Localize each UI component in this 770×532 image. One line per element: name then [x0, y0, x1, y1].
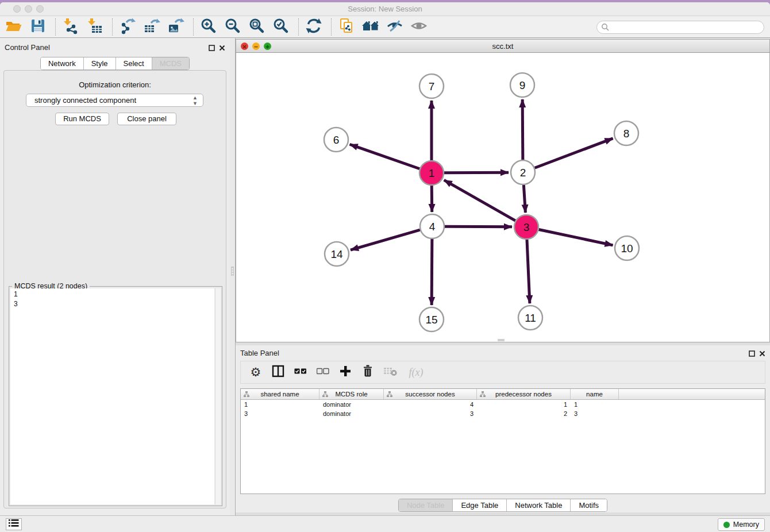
criterion-dropdown[interactable]: strongly connected component ▲▼	[26, 94, 203, 107]
close-panel-icon[interactable]	[219, 43, 225, 53]
tab-select[interactable]: Select	[116, 57, 152, 70]
table-cell[interactable]: 4	[384, 400, 477, 410]
column-header-predecessor-nodes[interactable]: predecessor nodes	[477, 389, 571, 399]
toolbar-separator	[55, 18, 56, 36]
table-row[interactable]: 1dominator411	[241, 400, 765, 410]
close-table-panel-icon[interactable]	[759, 349, 765, 359]
graph-node-10[interactable]: 10	[615, 236, 639, 260]
delete-column-button[interactable]	[361, 365, 375, 379]
table-cell[interactable]: 2	[477, 410, 571, 419]
import-network-button[interactable]	[61, 18, 80, 36]
search-input[interactable]	[596, 21, 764, 34]
panel-splitter[interactable]	[230, 38, 236, 515]
tab-network-table[interactable]: Network Table	[507, 499, 571, 511]
table-cell[interactable]: 1	[241, 400, 319, 410]
float-panel-icon[interactable]	[209, 43, 215, 53]
zoom-out-button[interactable]	[224, 18, 242, 36]
network-canvas[interactable]: 7968124314101511	[236, 53, 770, 342]
result-scrollbar[interactable]	[215, 288, 221, 504]
delete-table-button[interactable]	[383, 365, 397, 379]
graph-node-6[interactable]: 6	[324, 128, 348, 152]
memory-button[interactable]: Memory	[718, 518, 765, 531]
table-cell[interactable]: 3	[241, 410, 319, 419]
tab-edge-table[interactable]: Edge Table	[453, 499, 507, 511]
graph-node-7[interactable]: 7	[419, 74, 444, 98]
first-neighbors-button[interactable]	[361, 18, 380, 36]
graph-node-14[interactable]: 14	[325, 242, 349, 266]
status-bar: Memory	[0, 515, 770, 532]
result-item[interactable]: 3	[14, 299, 211, 309]
graph-node-15[interactable]: 15	[419, 307, 444, 331]
graph-node-11[interactable]: 11	[518, 306, 542, 330]
tab-node-table[interactable]: Node Table	[399, 499, 453, 511]
float-table-panel-icon[interactable]	[749, 349, 755, 359]
task-history-button[interactable]	[6, 518, 22, 530]
graph-node-9[interactable]: 9	[510, 73, 534, 97]
graph-edge-1-2[interactable]	[444, 172, 509, 173]
fx-icon: f(x)	[409, 367, 424, 379]
graph-edge-2-3[interactable]	[523, 185, 525, 213]
graph-node-label: 14	[330, 248, 343, 260]
mcds-result-list[interactable]: 13	[10, 288, 214, 504]
graph-edge-3-1[interactable]	[444, 180, 515, 221]
export-image-button[interactable]	[167, 18, 185, 36]
graph-node-3[interactable]: 3	[514, 215, 538, 239]
graph-edge-2-8[interactable]	[535, 138, 613, 168]
tab-mcds[interactable]: MCDS	[152, 57, 189, 70]
table-panel: Table Panel ⚙ f(x) shared nameMCDS roles…	[236, 345, 770, 512]
deselect-all-columns-button[interactable]	[316, 365, 330, 379]
tab-network[interactable]: Network	[41, 57, 84, 70]
add-column-button[interactable]	[338, 365, 352, 379]
run-mcds-button[interactable]: Run MCDS	[55, 113, 109, 125]
zoom-selected-button[interactable]	[272, 18, 290, 36]
control-panel-title: Control Panel	[5, 43, 50, 52]
table-cell[interactable]: 1	[571, 400, 619, 410]
column-type-icon	[322, 391, 328, 399]
tab-motifs[interactable]: Motifs	[571, 499, 607, 511]
table-cell[interactable]: dominator	[319, 400, 384, 410]
show-all-button[interactable]	[410, 18, 428, 36]
column-header-successor-nodes[interactable]: successor nodes	[384, 389, 477, 399]
refresh-layout-button[interactable]	[305, 18, 323, 36]
graph-node-1[interactable]: 1	[419, 161, 444, 185]
zoom-fit-button[interactable]	[248, 18, 266, 36]
column-type-icon	[387, 391, 392, 399]
table-cell[interactable]: dominator	[319, 410, 384, 419]
graph-edge-4-3[interactable]	[445, 226, 512, 227]
graph-edge-1-6[interactable]	[350, 144, 420, 168]
table-cell[interactable]: 1	[477, 400, 571, 410]
save-session-button[interactable]	[29, 18, 47, 36]
tab-style[interactable]: Style	[84, 57, 116, 70]
graph-edge-3-10[interactable]	[539, 230, 613, 245]
copy-network-button[interactable]	[337, 18, 356, 36]
graph-node-2[interactable]: 2	[511, 160, 535, 184]
graph-edge-2-9[interactable]	[522, 99, 523, 160]
table-cell[interactable]: 3	[384, 410, 477, 419]
column-header-shared-name[interactable]: shared name	[241, 389, 319, 399]
import-table-button[interactable]	[86, 18, 104, 36]
show-columns-button[interactable]	[271, 365, 285, 379]
column-header-MCDS-role[interactable]: MCDS role	[319, 389, 384, 399]
graph-node-4[interactable]: 4	[420, 214, 444, 238]
select-all-columns-button[interactable]	[294, 365, 307, 379]
result-item[interactable]: 1	[14, 290, 211, 299]
graph-edge-3-11[interactable]	[527, 240, 530, 303]
zoom-in-button[interactable]	[199, 18, 218, 36]
graph-node-8[interactable]: 8	[614, 121, 638, 145]
graph-edge-4-15[interactable]	[432, 239, 432, 305]
table-cell[interactable]: 3	[571, 410, 619, 419]
graph-edge-4-14[interactable]	[351, 230, 420, 250]
hide-selected-button[interactable]	[386, 18, 404, 36]
canvas-resize-handle[interactable]	[498, 339, 505, 341]
export-table-button[interactable]	[143, 18, 161, 36]
table-settings-button[interactable]: ⚙	[249, 365, 263, 379]
column-type-icon	[480, 391, 486, 399]
export-network-button[interactable]	[118, 18, 137, 36]
function-builder-button[interactable]: f(x)	[406, 365, 426, 379]
table-row[interactable]: 3dominator323	[241, 410, 765, 419]
column-header-name[interactable]: name	[571, 389, 619, 399]
close-panel-button[interactable]: Close panel	[117, 113, 176, 125]
graph-node-label: 10	[621, 242, 633, 255]
column-header-label: shared name	[260, 391, 299, 398]
open-session-button[interactable]	[5, 18, 23, 36]
